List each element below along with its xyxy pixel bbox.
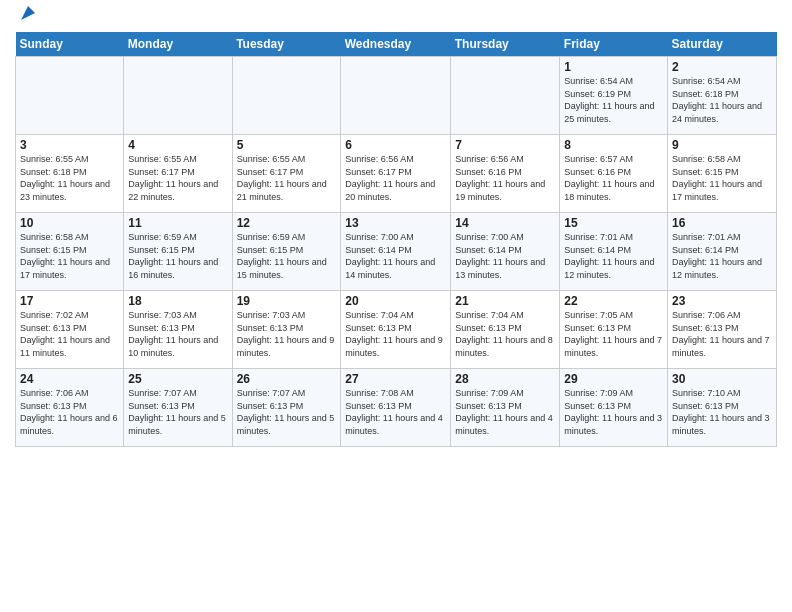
day-number: 17 xyxy=(20,294,119,308)
day-number: 28 xyxy=(455,372,555,386)
day-number: 8 xyxy=(564,138,663,152)
day-number: 1 xyxy=(564,60,663,74)
day-number: 9 xyxy=(672,138,772,152)
col-header-sunday: Sunday xyxy=(16,32,124,57)
calendar-cell: 19Sunrise: 7:03 AMSunset: 6:13 PMDayligh… xyxy=(232,291,341,369)
day-info: Sunrise: 7:04 AMSunset: 6:13 PMDaylight:… xyxy=(455,309,555,359)
calendar-cell: 17Sunrise: 7:02 AMSunset: 6:13 PMDayligh… xyxy=(16,291,124,369)
day-info: Sunrise: 6:55 AMSunset: 6:18 PMDaylight:… xyxy=(20,153,119,203)
day-info: Sunrise: 7:00 AMSunset: 6:14 PMDaylight:… xyxy=(455,231,555,281)
day-info: Sunrise: 6:59 AMSunset: 6:15 PMDaylight:… xyxy=(128,231,227,281)
calendar-header-row: SundayMondayTuesdayWednesdayThursdayFrid… xyxy=(16,32,777,57)
day-number: 2 xyxy=(672,60,772,74)
logo-icon xyxy=(17,2,39,24)
day-info: Sunrise: 6:54 AMSunset: 6:18 PMDaylight:… xyxy=(672,75,772,125)
col-header-tuesday: Tuesday xyxy=(232,32,341,57)
calendar-cell: 8Sunrise: 6:57 AMSunset: 6:16 PMDaylight… xyxy=(560,135,668,213)
svg-marker-0 xyxy=(21,6,35,20)
calendar-cell: 25Sunrise: 7:07 AMSunset: 6:13 PMDayligh… xyxy=(124,369,232,447)
day-info: Sunrise: 6:59 AMSunset: 6:15 PMDaylight:… xyxy=(237,231,337,281)
day-info: Sunrise: 7:01 AMSunset: 6:14 PMDaylight:… xyxy=(564,231,663,281)
calendar-cell: 27Sunrise: 7:08 AMSunset: 6:13 PMDayligh… xyxy=(341,369,451,447)
day-info: Sunrise: 6:58 AMSunset: 6:15 PMDaylight:… xyxy=(672,153,772,203)
col-header-saturday: Saturday xyxy=(668,32,777,57)
calendar-cell: 11Sunrise: 6:59 AMSunset: 6:15 PMDayligh… xyxy=(124,213,232,291)
day-info: Sunrise: 6:54 AMSunset: 6:19 PMDaylight:… xyxy=(564,75,663,125)
col-header-thursday: Thursday xyxy=(451,32,560,57)
calendar-cell: 20Sunrise: 7:04 AMSunset: 6:13 PMDayligh… xyxy=(341,291,451,369)
day-number: 27 xyxy=(345,372,446,386)
day-info: Sunrise: 7:00 AMSunset: 6:14 PMDaylight:… xyxy=(345,231,446,281)
day-info: Sunrise: 7:03 AMSunset: 6:13 PMDaylight:… xyxy=(128,309,227,359)
calendar-cell: 7Sunrise: 6:56 AMSunset: 6:16 PMDaylight… xyxy=(451,135,560,213)
day-number: 22 xyxy=(564,294,663,308)
day-number: 7 xyxy=(455,138,555,152)
calendar-cell: 16Sunrise: 7:01 AMSunset: 6:14 PMDayligh… xyxy=(668,213,777,291)
day-info: Sunrise: 7:09 AMSunset: 6:13 PMDaylight:… xyxy=(455,387,555,437)
calendar-cell: 30Sunrise: 7:10 AMSunset: 6:13 PMDayligh… xyxy=(668,369,777,447)
week-row-4: 17Sunrise: 7:02 AMSunset: 6:13 PMDayligh… xyxy=(16,291,777,369)
calendar-cell: 4Sunrise: 6:55 AMSunset: 6:17 PMDaylight… xyxy=(124,135,232,213)
day-number: 12 xyxy=(237,216,337,230)
logo xyxy=(15,10,39,24)
day-number: 10 xyxy=(20,216,119,230)
calendar-cell: 6Sunrise: 6:56 AMSunset: 6:17 PMDaylight… xyxy=(341,135,451,213)
day-info: Sunrise: 7:06 AMSunset: 6:13 PMDaylight:… xyxy=(20,387,119,437)
day-number: 23 xyxy=(672,294,772,308)
calendar-cell: 26Sunrise: 7:07 AMSunset: 6:13 PMDayligh… xyxy=(232,369,341,447)
day-number: 4 xyxy=(128,138,227,152)
day-number: 21 xyxy=(455,294,555,308)
calendar-table: SundayMondayTuesdayWednesdayThursdayFrid… xyxy=(15,32,777,447)
day-number: 30 xyxy=(672,372,772,386)
day-info: Sunrise: 7:08 AMSunset: 6:13 PMDaylight:… xyxy=(345,387,446,437)
calendar-cell: 23Sunrise: 7:06 AMSunset: 6:13 PMDayligh… xyxy=(668,291,777,369)
week-row-1: 1Sunrise: 6:54 AMSunset: 6:19 PMDaylight… xyxy=(16,57,777,135)
calendar-cell xyxy=(451,57,560,135)
calendar-cell: 12Sunrise: 6:59 AMSunset: 6:15 PMDayligh… xyxy=(232,213,341,291)
day-number: 18 xyxy=(128,294,227,308)
day-number: 25 xyxy=(128,372,227,386)
day-info: Sunrise: 7:09 AMSunset: 6:13 PMDaylight:… xyxy=(564,387,663,437)
calendar-cell: 9Sunrise: 6:58 AMSunset: 6:15 PMDaylight… xyxy=(668,135,777,213)
day-info: Sunrise: 6:55 AMSunset: 6:17 PMDaylight:… xyxy=(128,153,227,203)
header xyxy=(15,10,777,24)
calendar-cell xyxy=(232,57,341,135)
day-number: 13 xyxy=(345,216,446,230)
day-info: Sunrise: 6:56 AMSunset: 6:16 PMDaylight:… xyxy=(455,153,555,203)
col-header-monday: Monday xyxy=(124,32,232,57)
calendar-cell: 21Sunrise: 7:04 AMSunset: 6:13 PMDayligh… xyxy=(451,291,560,369)
calendar-cell: 10Sunrise: 6:58 AMSunset: 6:15 PMDayligh… xyxy=(16,213,124,291)
day-info: Sunrise: 7:06 AMSunset: 6:13 PMDaylight:… xyxy=(672,309,772,359)
day-number: 19 xyxy=(237,294,337,308)
day-info: Sunrise: 7:01 AMSunset: 6:14 PMDaylight:… xyxy=(672,231,772,281)
calendar-cell: 2Sunrise: 6:54 AMSunset: 6:18 PMDaylight… xyxy=(668,57,777,135)
day-number: 24 xyxy=(20,372,119,386)
day-number: 15 xyxy=(564,216,663,230)
day-info: Sunrise: 6:58 AMSunset: 6:15 PMDaylight:… xyxy=(20,231,119,281)
day-info: Sunrise: 6:56 AMSunset: 6:17 PMDaylight:… xyxy=(345,153,446,203)
day-number: 6 xyxy=(345,138,446,152)
calendar-cell xyxy=(341,57,451,135)
calendar-cell: 18Sunrise: 7:03 AMSunset: 6:13 PMDayligh… xyxy=(124,291,232,369)
calendar-cell: 29Sunrise: 7:09 AMSunset: 6:13 PMDayligh… xyxy=(560,369,668,447)
day-number: 26 xyxy=(237,372,337,386)
calendar-cell xyxy=(124,57,232,135)
calendar-cell: 24Sunrise: 7:06 AMSunset: 6:13 PMDayligh… xyxy=(16,369,124,447)
day-number: 14 xyxy=(455,216,555,230)
day-info: Sunrise: 7:05 AMSunset: 6:13 PMDaylight:… xyxy=(564,309,663,359)
calendar-container: SundayMondayTuesdayWednesdayThursdayFrid… xyxy=(0,0,792,457)
day-number: 11 xyxy=(128,216,227,230)
calendar-cell: 22Sunrise: 7:05 AMSunset: 6:13 PMDayligh… xyxy=(560,291,668,369)
calendar-cell: 1Sunrise: 6:54 AMSunset: 6:19 PMDaylight… xyxy=(560,57,668,135)
calendar-cell: 5Sunrise: 6:55 AMSunset: 6:17 PMDaylight… xyxy=(232,135,341,213)
week-row-3: 10Sunrise: 6:58 AMSunset: 6:15 PMDayligh… xyxy=(16,213,777,291)
day-info: Sunrise: 7:07 AMSunset: 6:13 PMDaylight:… xyxy=(237,387,337,437)
week-row-2: 3Sunrise: 6:55 AMSunset: 6:18 PMDaylight… xyxy=(16,135,777,213)
day-info: Sunrise: 7:07 AMSunset: 6:13 PMDaylight:… xyxy=(128,387,227,437)
day-number: 20 xyxy=(345,294,446,308)
day-number: 3 xyxy=(20,138,119,152)
day-number: 16 xyxy=(672,216,772,230)
day-info: Sunrise: 7:04 AMSunset: 6:13 PMDaylight:… xyxy=(345,309,446,359)
day-number: 29 xyxy=(564,372,663,386)
calendar-cell xyxy=(16,57,124,135)
